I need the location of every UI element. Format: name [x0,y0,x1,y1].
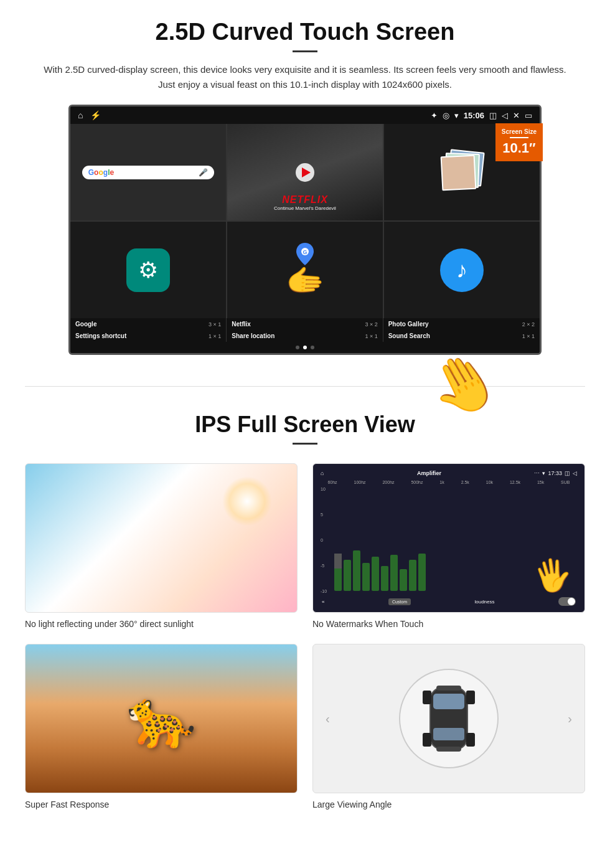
feature-cheetah: 🐆 Super Fast Response [25,644,298,809]
amp-menu-icon: ⋯ [534,470,540,476]
wifi-icon: ▾ [454,111,459,120]
amp-title: Amplifier [417,470,441,476]
badge-label: Screen Size [502,128,537,135]
usb-icon: ⚡ [90,110,101,120]
app-label-settings: Settings shortcut 1 × 1 [70,330,227,342]
section1-title: 2.5D Curved Touch Screen [37,19,573,45]
amp-bottom-bar: « Custom loudness [319,597,578,606]
amp-header: ⌂ Amplifier ⋯ ▾ 17:33 ◫ ◁ [319,470,578,476]
app-cell-share[interactable]: G 🫱 [227,222,383,318]
amp-bar-7[interactable] [390,555,398,591]
bluetooth-icon: ✦ [431,111,438,120]
amp-bar-9[interactable] [409,560,416,591]
amp-vol-icon: ◁ [573,470,577,476]
app-cell-settings[interactable]: ⚙ [70,222,226,318]
feature-sunlight: No light reflecting under 360° direct su… [25,463,298,629]
status-bar-left: ⌂ ⚡ [78,110,101,120]
netflix-label: Netflix [232,321,251,328]
amp-time: 17:33 [548,470,562,476]
amp-custom-btn[interactable]: Custom [388,598,411,605]
camera-icon: ◫ [489,111,497,120]
share-size: 1 × 1 [365,333,377,339]
amp-y-labels: 1050-5-10 [321,487,327,593]
nav-dot-3 [311,346,314,349]
svg-rect-3 [433,694,464,709]
amp-loudness-label: loudness [474,599,494,605]
settings-size: 1 × 1 [209,333,221,339]
netflix-play-button[interactable] [296,163,314,182]
netflix-subtitle: Continue Marvel's Daredevil [235,205,375,211]
gear-icon: ⚙ [138,257,158,283]
feature-amplifier: ⌂ Amplifier ⋯ ▾ 17:33 ◫ ◁ 60hz100hz200hz… [312,463,585,629]
amp-bar-10[interactable] [418,554,426,591]
settings-label: Settings shortcut [75,333,126,339]
amp-freq-labels: 60hz100hz200hz500hz1k2.5k10k12.5k15kSUB [319,480,578,484]
close-icon[interactable]: ✕ [513,111,520,120]
sunlight-rays [222,476,272,526]
home-icon[interactable]: ⌂ [78,110,83,120]
svg-rect-6 [436,747,461,752]
amplifier-caption: No Watermarks When Touch [312,619,585,629]
svg-rect-10 [466,733,475,747]
amp-bar-1[interactable] [334,554,342,591]
amp-sliders-container: 1050-5-10 [319,487,578,593]
google-search-bar[interactable]: Google 🎤 [82,166,215,179]
svg-rect-9 [423,733,431,747]
google-mic-icon[interactable]: 🎤 [199,168,208,177]
app-label-netflix: Netflix 3 × 2 [227,318,383,330]
photo-stack: 🌸 [440,151,484,194]
feature-car: ‹ [312,644,585,809]
sunlight-image [25,463,298,613]
car-image: ‹ [312,644,585,793]
amp-bar-6[interactable] [381,566,388,591]
volume-icon: ◁ [502,111,508,120]
amp-status-icons: ⋯ ▾ 17:33 ◫ ◁ [534,470,577,476]
car-oval-frame [399,669,499,768]
amp-hand-icon: 🖐 [530,554,575,597]
app-label-google: Google 3 × 1 [70,318,227,330]
netflix-size: 3 × 2 [365,321,377,328]
feature-grid: No light reflecting under 360° direct su… [25,463,585,809]
google-logo: Google [88,168,114,177]
view-angle-left-arrow: ‹ [326,712,330,726]
google-maps-icon: G [293,242,317,267]
amp-bar-4[interactable] [362,563,370,591]
amp-cam-icon: ◫ [565,470,570,476]
device-screen: ⌂ ⚡ ✦ ◎ ▾ 15:06 ◫ ◁ ✕ ▭ [68,105,542,355]
device-container: Screen Size 10.1″ ⌂ ⚡ ✦ ◎ ▾ 15:06 [37,105,573,355]
amp-bar-5[interactable] [372,557,379,591]
amp-bar-3[interactable] [353,550,360,591]
app-cell-google[interactable]: Google 🎤 [70,124,226,220]
car-caption: Large Viewing Angle [312,800,585,809]
car-top-svg [418,678,480,759]
app-label-gallery: Photo Gallery 2 × 2 [383,318,540,330]
app-cell-sound[interactable]: ♪ [384,222,540,318]
sound-size: 1 × 1 [522,333,535,339]
google-size: 3 × 1 [209,321,221,328]
photo-card-1 [441,154,477,191]
svg-text:G: G [303,249,307,255]
app-cell-netflix[interactable]: NETFLIX Continue Marvel's Daredevil [227,124,383,220]
cheetah-icon: 🐆 [126,686,196,752]
amp-nav-icon: « [322,599,324,605]
amp-bar-2[interactable] [344,560,351,591]
music-note-icon: ♪ [456,257,467,283]
window-icon[interactable]: ▭ [525,111,532,120]
settings-icon-bg: ⚙ [126,248,170,292]
svg-rect-4 [433,728,464,740]
amp-toggle[interactable] [558,597,576,606]
location-icon: ◎ [443,111,449,120]
netflix-badge: NETFLIX Continue Marvel's Daredevil [235,194,375,211]
section1-divider [293,50,317,52]
nav-dot-2 [303,346,307,349]
badge-size-value: 10.1″ [502,140,537,156]
svg-rect-5 [436,686,461,691]
share-label: Share location [232,333,274,339]
section-divider [25,386,585,387]
amp-wifi-icon: ▾ [542,470,545,476]
app-label-share: Share location 1 × 1 [227,330,383,342]
amp-bar-8[interactable] [400,569,407,591]
cheetah-image: 🐆 [25,644,298,793]
amp-home-icon: ⌂ [321,470,324,476]
share-location-content: G [293,242,317,269]
